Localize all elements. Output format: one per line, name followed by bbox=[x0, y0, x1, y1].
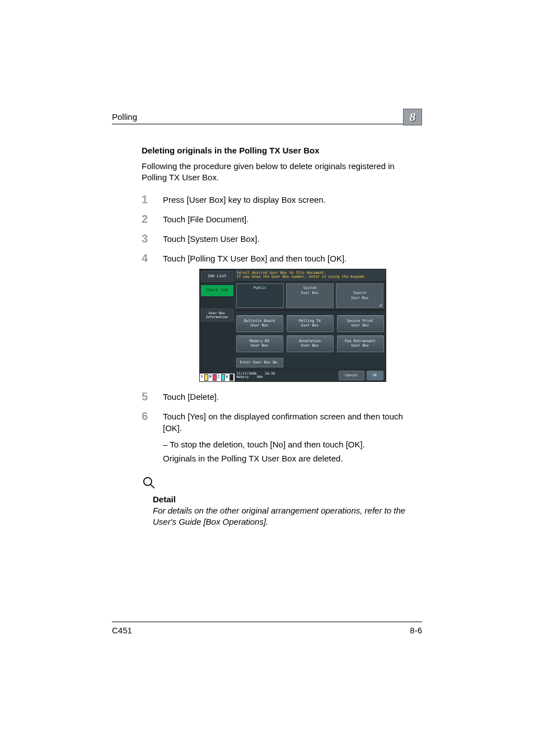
running-head: Polling bbox=[112, 112, 137, 122]
scr-memory-label: Memory bbox=[237, 375, 249, 379]
step-6-sub-1-text: To stop the deletion, touch [No] and the… bbox=[170, 440, 365, 449]
toner-m-label: M bbox=[209, 375, 212, 380]
check-job-tab[interactable]: Check Job bbox=[201, 285, 233, 296]
device-screenshot: Job List Check Job User Box Information … bbox=[199, 269, 386, 382]
tab-search-user-box[interactable]: Search User Box bbox=[336, 283, 383, 308]
step-4: Touch [Polling TX User Box] and then tou… bbox=[142, 253, 422, 382]
scr-main-area: Select desired User Box to file document… bbox=[235, 269, 386, 381]
ubi-line2: Information bbox=[206, 315, 228, 319]
step-6-sub-1: To stop the deletion, touch [No] and the… bbox=[163, 438, 422, 450]
scr-time: 10:39 bbox=[265, 371, 275, 375]
toner-k-icon bbox=[229, 374, 233, 381]
memory-rx-user-box-button[interactable]: Memory RX User Box bbox=[236, 335, 283, 352]
tab-search-label: Search User Box bbox=[351, 291, 368, 300]
polling-tx-user-box-button[interactable]: Polling TX User Box bbox=[287, 315, 334, 332]
step-1: Press [User Box] key to display Box scre… bbox=[142, 194, 422, 206]
section-title: Deleting originals in the Polling TX Use… bbox=[142, 146, 422, 155]
fax-retransmit-user-box-button[interactable]: Fax Retransmit User Box bbox=[337, 335, 384, 352]
toner-y-label: Y bbox=[201, 375, 203, 380]
scr-datetime: 11/17/2006 10:39 Memory 99% bbox=[237, 372, 275, 379]
svg-point-0 bbox=[144, 478, 152, 486]
scr-left-column: Job List Check Job User Box Information … bbox=[200, 269, 235, 381]
toner-c-label: C bbox=[218, 375, 220, 380]
tab-system-user-box[interactable]: System User Box bbox=[286, 283, 334, 308]
step-6-text: Touch [Yes] on the displayed confirmatio… bbox=[163, 412, 403, 433]
footer-page: 8-6 bbox=[410, 626, 422, 635]
step-3: Touch [System User Box]. bbox=[142, 233, 422, 245]
step-4-text: Touch [Polling TX User Box] and then tou… bbox=[163, 254, 346, 263]
step-6-result: Originals in the Polling TX User Box are… bbox=[163, 452, 422, 464]
detail-note: Detail For details on the other original… bbox=[142, 475, 422, 528]
step-5: Touch [Delete]. bbox=[142, 391, 422, 403]
intro-paragraph: Following the procedure given below to d… bbox=[142, 161, 422, 184]
toner-c-icon bbox=[221, 374, 225, 381]
annotation-user-box-button[interactable]: Annotation User Box bbox=[287, 335, 334, 352]
toner-m-icon bbox=[213, 374, 217, 381]
secure-print-user-box-button[interactable]: Secure Print User Box bbox=[337, 315, 384, 332]
triangle-icon bbox=[379, 304, 382, 306]
user-box-information-tab[interactable]: User Box Information bbox=[201, 309, 233, 321]
scr-prompt: Select desired User Box to file document… bbox=[235, 269, 386, 282]
tab-public[interactable]: Public bbox=[236, 283, 284, 308]
ok-button[interactable]: OK bbox=[367, 371, 383, 380]
step-2: Touch [File Document]. bbox=[142, 213, 422, 225]
toner-y-icon bbox=[204, 374, 208, 381]
chapter-badge: 8 bbox=[403, 109, 422, 125]
divider bbox=[236, 310, 384, 311]
detail-heading: Detail bbox=[153, 494, 422, 504]
bulletin-board-user-box-button[interactable]: Bulletin Board User Box bbox=[236, 315, 283, 332]
step-6: Touch [Yes] on the displayed confirmatio… bbox=[142, 410, 422, 464]
job-list-tab[interactable]: Job List bbox=[201, 271, 233, 282]
cancel-button[interactable]: Cancel bbox=[339, 371, 364, 380]
detail-body: For details on the other original arrang… bbox=[153, 505, 422, 528]
enter-user-box-no-button[interactable]: Enter User Box No. bbox=[236, 358, 283, 367]
scr-memory-value: 99% bbox=[257, 375, 263, 379]
toner-k-label: K bbox=[226, 375, 228, 380]
magnifier-icon bbox=[142, 482, 156, 492]
footer-model: C451 bbox=[112, 626, 132, 635]
toner-status-bar: Y M C K bbox=[200, 374, 235, 381]
svg-line-1 bbox=[151, 484, 154, 488]
